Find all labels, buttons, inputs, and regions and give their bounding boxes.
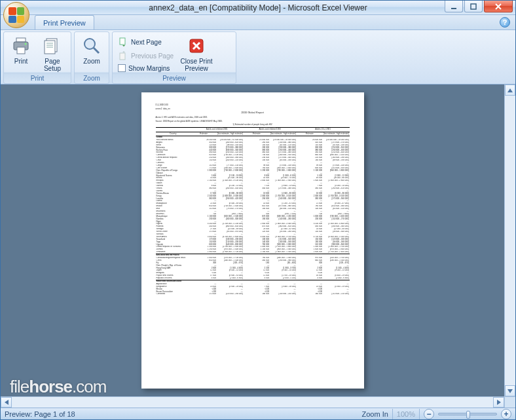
- scroll-right-button[interactable]: [493, 397, 504, 408]
- svg-point-5: [25, 43, 27, 45]
- status-bar: Preview: Page 1 of 18 Zoom In 100% − +: [1, 408, 515, 419]
- svg-rect-14: [120, 53, 125, 60]
- close-button[interactable]: [484, 1, 513, 12]
- zoom-out-button[interactable]: −: [424, 409, 434, 419]
- office-button[interactable]: [3, 2, 29, 28]
- print-button[interactable]: Print: [7, 34, 35, 66]
- scroll-track-v[interactable]: [505, 96, 515, 385]
- group-label-preview: Preview: [113, 73, 236, 83]
- minimize-button[interactable]: [445, 1, 463, 12]
- page-next-icon: [118, 37, 128, 47]
- ribbon-group-zoom: Zoom Zoom: [74, 31, 109, 84]
- scroll-left-button[interactable]: [1, 397, 12, 408]
- window-controls: [445, 1, 513, 12]
- zoom-button[interactable]: Zoom: [77, 34, 106, 66]
- svg-rect-1: [471, 4, 476, 9]
- office-logo-icon: [9, 7, 24, 23]
- preview-canvas[interactable]: D-1-1800 0.00annex2_data_en 2000 Global …: [1, 85, 504, 396]
- scroll-down-button[interactable]: [505, 385, 515, 396]
- status-zoom-label[interactable]: Zoom In: [362, 410, 388, 418]
- app-window: annex2_data_en [Compatibility Mode] - Mi…: [0, 0, 516, 420]
- page-preview: D-1-1800 0.00annex2_data_en 2000 Global …: [141, 92, 364, 389]
- page-setup-icon: [42, 35, 63, 56]
- scroll-up-button[interactable]: [505, 85, 515, 96]
- vertical-scrollbar[interactable]: [504, 85, 515, 396]
- svg-rect-0: [451, 8, 456, 9]
- close-print-preview-button[interactable]: Close Print Preview: [177, 34, 215, 73]
- ribbon-tabs: Print Preview ?: [1, 15, 515, 30]
- status-zoom-pct[interactable]: 100%: [397, 410, 415, 418]
- maximize-button[interactable]: [464, 1, 483, 12]
- svg-point-11: [84, 39, 95, 49]
- zoom-slider-thumb[interactable]: [466, 411, 470, 419]
- horizontal-scrollbar[interactable]: [1, 396, 504, 408]
- next-page-button[interactable]: Next Page: [115, 35, 176, 48]
- previous-page-button: Previous Page: [115, 49, 176, 62]
- titlebar: annex2_data_en [Compatibility Mode] - Mi…: [1, 1, 515, 15]
- preview-area: D-1-1800 0.00annex2_data_en 2000 Global …: [1, 85, 515, 396]
- tab-print-preview[interactable]: Print Preview: [35, 15, 94, 29]
- scroll-corner: [504, 396, 515, 408]
- ribbon: Print Page Setup Print Zoom: [1, 30, 515, 85]
- svg-rect-13: [120, 38, 125, 45]
- zoom-slider[interactable]: [438, 413, 497, 415]
- zoom-in-button[interactable]: +: [501, 409, 511, 419]
- show-margins-toggle[interactable]: Show Margins: [115, 63, 176, 73]
- group-label-zoom: Zoom: [75, 73, 109, 83]
- checkbox-icon: [118, 64, 126, 72]
- page-setup-button[interactable]: Page Setup: [37, 34, 68, 73]
- close-preview-icon: [186, 35, 207, 56]
- printer-icon: [10, 35, 31, 56]
- status-page-info: Preview: Page 1 of 18: [5, 410, 75, 418]
- group-label-print: Print: [4, 73, 71, 83]
- ribbon-group-preview: Next Page Previous Page Show Margins: [112, 31, 236, 84]
- magnifier-icon: [81, 35, 102, 56]
- help-button[interactable]: ?: [500, 17, 510, 28]
- scroll-track-h[interactable]: [12, 397, 493, 408]
- svg-rect-4: [17, 47, 25, 54]
- svg-rect-2: [16, 38, 26, 42]
- zoom-control: − +: [424, 409, 511, 419]
- ribbon-group-print: Print Page Setup Print: [3, 31, 71, 84]
- svg-line-12: [94, 48, 99, 53]
- window-title: annex2_data_en [Compatibility Mode] - Mi…: [1, 3, 515, 12]
- page-prev-icon: [118, 50, 128, 61]
